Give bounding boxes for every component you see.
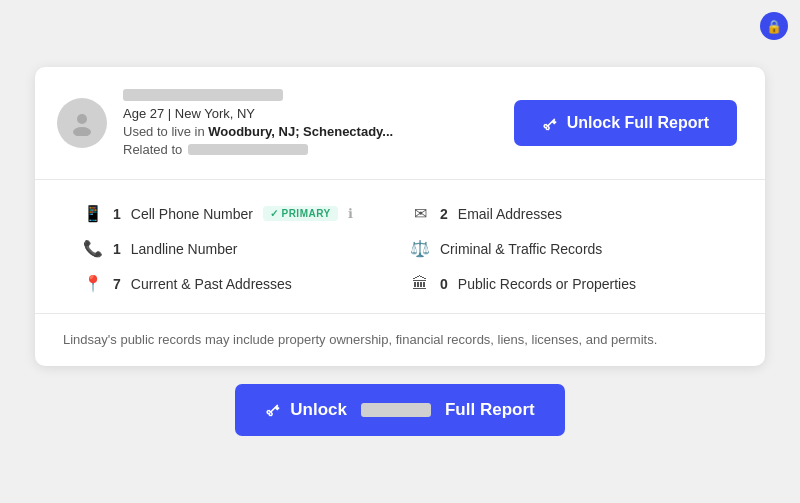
info-grid: 📱 1 Cell Phone Number ✓ PRIMARY ℹ ✉ 2 Em…: [83, 204, 737, 293]
svg-point-1: [73, 127, 91, 136]
unlock-bottom-suffix: Full Report: [445, 400, 535, 420]
info-item-criminal: ⚖️ Criminal & Traffic Records: [410, 239, 737, 258]
avatar: [57, 98, 107, 148]
email-label: Email Addresses: [458, 206, 562, 222]
lived-in-places: Woodbury, NJ; Schenectady...: [208, 124, 393, 139]
landline-count: 1: [113, 241, 121, 257]
info-item-email: ✉ 2 Email Addresses: [410, 204, 737, 223]
cell-phone-label: Cell Phone Number: [131, 206, 253, 222]
email-icon: ✉: [410, 204, 430, 223]
primary-label: PRIMARY: [281, 208, 330, 219]
profile-info: Age 27 | New York, NY Used to live in Wo…: [123, 89, 393, 157]
landline-label: Landline Number: [131, 241, 238, 257]
lived-in: Used to live in Woodbury, NJ; Schenectad…: [123, 124, 393, 139]
public-records-count: 0: [440, 276, 448, 292]
help-icon[interactable]: ℹ: [348, 206, 353, 221]
cell-phone-icon: 📱: [83, 204, 103, 223]
bottom-unlock-wrap: 🗝 Unlock Full Report: [235, 384, 565, 436]
lock-badge-icon: 🔒: [760, 12, 788, 40]
age-location: Age 27 | New York, NY: [123, 106, 393, 121]
cell-phone-count: 1: [113, 206, 121, 222]
info-item-landline: 📞 1 Landline Number: [83, 239, 410, 258]
public-records-icon: 🏛: [410, 275, 430, 293]
info-item-public-records: 🏛 0 Public Records or Properties: [410, 274, 737, 293]
landline-icon: 📞: [83, 239, 103, 258]
primary-badge: ✓ PRIMARY: [263, 206, 338, 221]
profile-card: Age 27 | New York, NY Used to live in Wo…: [35, 67, 765, 366]
note-text: Lindsay's public records may include pro…: [63, 332, 657, 347]
svg-point-0: [77, 114, 87, 124]
lived-in-prefix: Used to live in: [123, 124, 208, 139]
address-label: Current & Past Addresses: [131, 276, 292, 292]
criminal-label: Criminal & Traffic Records: [440, 241, 602, 257]
unlock-header-button[interactable]: 🗝 Unlock Full Report: [514, 100, 737, 146]
info-item-cell-phone: 📱 1 Cell Phone Number ✓ PRIMARY ℹ: [83, 204, 410, 223]
name-bar-redacted: [123, 89, 283, 101]
card-header: Age 27 | New York, NY Used to live in Wo…: [35, 67, 765, 180]
bottom-key-icon: 🗝: [261, 398, 284, 421]
key-icon: 🗝: [538, 112, 561, 135]
address-icon: 📍: [83, 274, 103, 293]
bottom-name-redacted: [361, 403, 431, 417]
related-bar-redacted: [188, 144, 308, 155]
info-item-addresses: 📍 7 Current & Past Addresses: [83, 274, 410, 293]
email-count: 2: [440, 206, 448, 222]
related-to: Related to: [123, 142, 393, 157]
related-to-label: Related to: [123, 142, 182, 157]
primary-check: ✓: [270, 208, 279, 219]
unlock-header-label: Unlock Full Report: [567, 114, 709, 132]
address-count: 7: [113, 276, 121, 292]
criminal-icon: ⚖️: [410, 239, 430, 258]
card-note: Lindsay's public records may include pro…: [35, 314, 765, 366]
card-info: 📱 1 Cell Phone Number ✓ PRIMARY ℹ ✉ 2 Em…: [35, 180, 765, 314]
profile-left: Age 27 | New York, NY Used to live in Wo…: [57, 89, 393, 157]
unlock-bottom-label: Unlock: [290, 400, 347, 420]
public-records-label: Public Records or Properties: [458, 276, 636, 292]
unlock-bottom-button[interactable]: 🗝 Unlock Full Report: [235, 384, 565, 436]
